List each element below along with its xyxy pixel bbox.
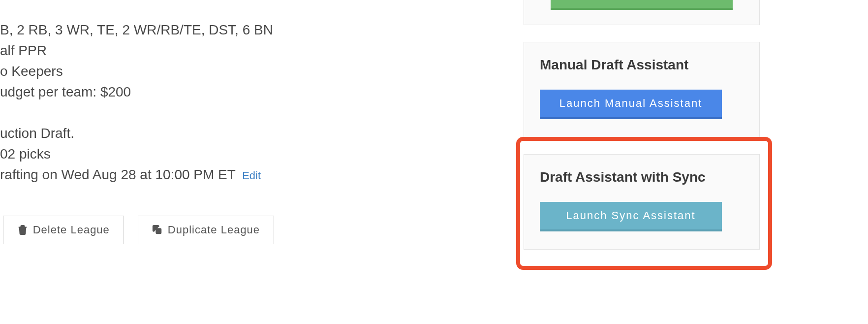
copy-icon: [152, 225, 163, 235]
start-mock-draft-button[interactable]: Start a Mock Draft: [551, 0, 733, 10]
roster-text: B, 2 RB, 3 WR, TE, 2 WR/RB/TE, DST, 6 BN: [0, 20, 492, 40]
mock-draft-card: Start a Mock Draft: [524, 0, 760, 25]
trash-icon: [17, 225, 28, 235]
draft-time-row: rafting on Wed Aug 28 at 10:00 PM ET Edi…: [0, 164, 492, 185]
draft-time-text: rafting on Wed Aug 28 at 10:00 PM ET: [0, 167, 235, 182]
sync-assistant-title: Draft Assistant with Sync: [540, 169, 744, 185]
manual-assistant-title: Manual Draft Assistant: [540, 57, 744, 73]
launch-sync-assistant-button[interactable]: Launch Sync Assistant: [540, 202, 722, 231]
scoring-text: alf PPR: [0, 40, 492, 61]
duplicate-league-label: Duplicate League: [168, 224, 260, 236]
draft-type-text: uction Draft.: [0, 123, 492, 144]
sidebar: Start a Mock Draft Manual Draft Assistan…: [524, 0, 760, 266]
svg-rect-2: [156, 228, 161, 233]
edit-link[interactable]: Edit: [242, 169, 261, 182]
budget-text: udget per team: $200: [0, 82, 492, 102]
picks-text: 02 picks: [0, 144, 492, 164]
keepers-text: o Keepers: [0, 61, 492, 82]
launch-manual-assistant-button[interactable]: Launch Manual Assistant: [540, 90, 722, 119]
sync-assistant-card: Draft Assistant with Sync Launch Sync As…: [524, 154, 760, 250]
action-button-row: hoo Delete League Duplicate League: [0, 216, 492, 244]
duplicate-league-button[interactable]: Duplicate League: [138, 216, 274, 244]
delete-league-button[interactable]: Delete League: [3, 216, 124, 244]
manual-assistant-card: Manual Draft Assistant Launch Manual Ass…: [524, 42, 760, 137]
league-details: B, 2 RB, 3 WR, TE, 2 WR/RB/TE, DST, 6 BN…: [0, 0, 492, 244]
delete-league-label: Delete League: [33, 224, 110, 236]
